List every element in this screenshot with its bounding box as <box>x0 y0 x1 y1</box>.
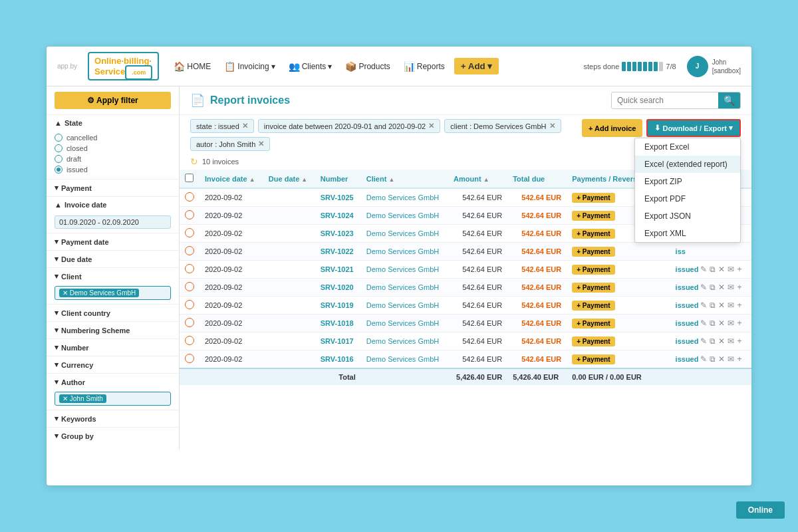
payment-btn-8[interactable]: + Payment <box>572 319 614 329</box>
add-icon-9[interactable]: + <box>736 336 742 346</box>
edit-icon-7[interactable]: ✎ <box>700 300 708 311</box>
state-closed[interactable]: closed <box>55 143 171 154</box>
filter-payment-header[interactable]: ▾ Payment <box>47 180 179 196</box>
filter-group-by-header[interactable]: ▾ Group by <box>47 428 179 444</box>
th-amount[interactable]: Amount ▲ <box>448 170 507 188</box>
row-select-3[interactable] <box>185 228 194 237</box>
filter-currency-header[interactable]: ▾ Currency <box>47 356 179 373</box>
filter-client-country-header[interactable]: ▾ Client country <box>47 305 179 321</box>
nav-products[interactable]: 📦 Products <box>341 59 394 74</box>
row-client-5[interactable]: Demo Services GmbH <box>361 261 448 279</box>
email-icon-5[interactable]: ✉ <box>727 264 735 275</box>
nav-reports[interactable]: 📊 Reports <box>400 59 449 74</box>
row-client-9[interactable]: Demo Services GmbH <box>361 332 448 350</box>
filter-tag-state-remove[interactable]: ✕ <box>242 122 248 130</box>
add-icon-7[interactable]: + <box>736 300 742 311</box>
row-client-7[interactable]: Demo Services GmbH <box>361 297 448 315</box>
row-client-10[interactable]: Demo Services GmbH <box>361 350 448 369</box>
row-number-7[interactable]: SRV-1019 <box>315 297 361 315</box>
filter-due-date-header[interactable]: ▾ Due date <box>47 251 179 267</box>
dropdown-export-excel[interactable]: Export Excel <box>635 138 740 156</box>
delete-icon-6[interactable]: ✕ <box>718 282 726 293</box>
add-icon-10[interactable]: + <box>736 354 742 364</box>
th-client[interactable]: Client ▲ <box>361 170 448 188</box>
payment-btn-7[interactable]: + Payment <box>572 301 614 311</box>
filter-keywords-header[interactable]: ▾ Keywords <box>47 410 179 427</box>
row-number-2[interactable]: SRV-1024 <box>315 207 361 225</box>
quick-search-button[interactable]: 🔍 <box>718 92 740 108</box>
invoice-date-input[interactable] <box>55 215 171 229</box>
nav-clients[interactable]: 👥 Clients ▾ <box>285 59 336 74</box>
payment-btn-10[interactable]: + Payment <box>572 354 614 364</box>
filter-numbering-header[interactable]: ▾ Numbering Scheme <box>47 322 179 338</box>
author-tag-input[interactable]: ✕ John Smith <box>55 392 171 406</box>
copy-icon-10[interactable]: ⧉ <box>709 354 716 364</box>
th-total-due[interactable]: Total due <box>507 170 567 188</box>
nav-home[interactable]: 🏠 HOME <box>170 59 215 74</box>
copy-icon-6[interactable]: ⧉ <box>709 282 716 293</box>
row-number-6[interactable]: SRV-1020 <box>315 279 361 297</box>
edit-icon-6[interactable]: ✎ <box>700 282 708 293</box>
filter-client-header[interactable]: ▾ Client <box>47 268 179 285</box>
payment-btn-5[interactable]: + Payment <box>572 265 614 275</box>
row-client-4[interactable]: Demo Services GmbH <box>361 243 448 261</box>
edit-icon-10[interactable]: ✎ <box>700 354 708 364</box>
payment-btn-6[interactable]: + Payment <box>572 283 614 293</box>
delete-icon-9[interactable]: ✕ <box>718 336 726 346</box>
row-client-3[interactable]: Demo Services GmbH <box>361 225 448 243</box>
user-avatar[interactable]: J <box>687 56 708 77</box>
apply-filter-button[interactable]: ⚙ Apply filter <box>55 92 171 109</box>
row-client-6[interactable]: Demo Services GmbH <box>361 279 448 297</box>
filter-tag-state[interactable]: state : issued ✕ <box>190 119 254 133</box>
delete-icon-5[interactable]: ✕ <box>718 264 726 275</box>
add-invoice-button[interactable]: + Add invoice <box>582 119 642 137</box>
row-number-9[interactable]: SRV-1017 <box>315 332 361 350</box>
copy-icon-9[interactable]: ⧉ <box>709 336 716 346</box>
email-icon-7[interactable]: ✉ <box>727 300 735 311</box>
row-select-7[interactable] <box>185 300 194 309</box>
client-tag-input[interactable]: ✕ Demo Services GmbH <box>55 286 171 300</box>
copy-icon-5[interactable]: ⧉ <box>709 264 716 275</box>
dropdown-export-json[interactable]: Export JSON <box>635 207 740 225</box>
filter-state-header[interactable]: ▲ State <box>47 115 179 131</box>
row-select-8[interactable] <box>185 318 194 327</box>
logo[interactable]: Online·billing·Service.com <box>88 52 159 80</box>
row-select-1[interactable] <box>185 192 194 201</box>
add-button[interactable]: + Add ▾ <box>454 58 499 74</box>
dropdown-export-xml[interactable]: Export XML <box>635 225 740 242</box>
add-icon-6[interactable]: + <box>736 282 742 293</box>
row-select-10[interactable] <box>185 354 194 363</box>
copy-icon-7[interactable]: ⧉ <box>709 300 716 311</box>
filter-invoice-date-header[interactable]: ▲ Invoice date <box>47 197 179 213</box>
add-icon-8[interactable]: + <box>736 318 742 329</box>
th-due-date[interactable]: Due date ▲ <box>263 170 315 188</box>
dropdown-export-pdf[interactable]: Export PDF <box>635 190 740 207</box>
delete-icon-8[interactable]: ✕ <box>718 318 726 329</box>
row-select-4[interactable] <box>185 246 194 255</box>
row-select-5[interactable] <box>185 264 194 273</box>
payment-btn-1[interactable]: + Payment <box>572 193 614 203</box>
quick-search-input[interactable] <box>612 93 718 108</box>
edit-icon-9[interactable]: ✎ <box>700 336 708 346</box>
payment-btn-4[interactable]: + Payment <box>572 247 614 257</box>
delete-icon-7[interactable]: ✕ <box>718 300 726 311</box>
delete-icon-10[interactable]: ✕ <box>718 354 726 364</box>
copy-icon-8[interactable]: ⧉ <box>709 318 716 329</box>
payment-btn-3[interactable]: + Payment <box>572 229 614 239</box>
filter-tag-author-remove[interactable]: ✕ <box>258 140 264 148</box>
filter-author-header[interactable]: ▾ Author <box>47 374 179 390</box>
dropdown-excel-extended[interactable]: Excel (extended report) <box>635 156 740 173</box>
row-number-4[interactable]: SRV-1022 <box>315 243 361 261</box>
row-select-9[interactable] <box>185 336 194 345</box>
state-issued[interactable]: issued <box>55 164 171 175</box>
email-icon-6[interactable]: ✉ <box>727 282 735 293</box>
download-export-button[interactable]: ⬇ Download / Export ▾ <box>646 119 741 137</box>
radio-issued[interactable] <box>55 166 63 174</box>
filter-tag-author[interactable]: autor : John Smith ✕ <box>190 137 270 151</box>
row-client-8[interactable]: Demo Services GmbH <box>361 315 448 332</box>
row-number-10[interactable]: SRV-1016 <box>315 350 361 369</box>
filter-tag-client-remove[interactable]: ✕ <box>549 122 555 130</box>
th-number[interactable]: Number <box>315 170 361 188</box>
payment-btn-9[interactable]: + Payment <box>572 336 614 346</box>
row-number-8[interactable]: SRV-1018 <box>315 315 361 332</box>
